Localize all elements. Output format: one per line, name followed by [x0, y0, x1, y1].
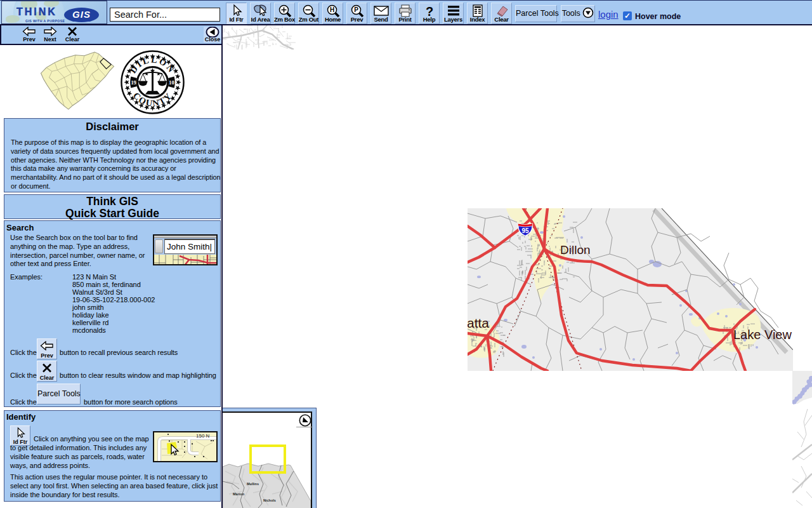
svg-text:Mullins: Mullins — [247, 482, 259, 486]
svg-text:19: 19 — [131, 79, 136, 86]
svg-text:H: H — [329, 6, 334, 13]
svg-text:Lake View: Lake View — [733, 328, 792, 342]
svg-text:Dillon: Dillon — [560, 243, 591, 257]
svg-text:150 N: 150 N — [196, 433, 210, 439]
svg-text:P: P — [354, 6, 358, 13]
svg-text:Marion: Marion — [233, 492, 245, 496]
svg-text:atta: atta — [468, 316, 489, 330]
svg-text:95: 95 — [521, 227, 529, 234]
svg-text:10: 10 — [169, 79, 174, 86]
svg-text:Nichols: Nichols — [263, 498, 276, 502]
